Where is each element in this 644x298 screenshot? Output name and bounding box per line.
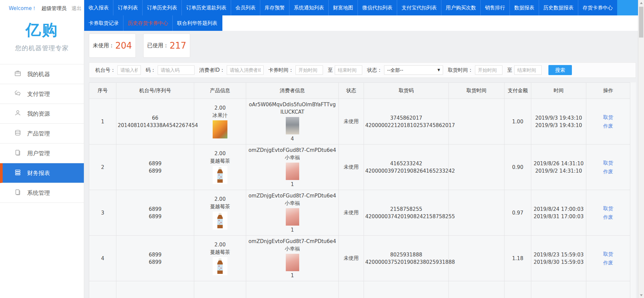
tab-data-report[interactable]: 数据报表 xyxy=(509,0,539,15)
pickup-end-time-input[interactable] xyxy=(514,65,542,75)
cell-pickup-time xyxy=(449,99,504,144)
app-tagline: 您的机器管理专家 xyxy=(0,44,84,53)
cell-machine: 66 20140810143338A4542267454 xyxy=(116,99,194,144)
scroll-up-button[interactable] xyxy=(638,0,644,6)
sidebar-item-system[interactable]: 系统管理 xyxy=(0,183,84,203)
consumer-photo xyxy=(286,117,299,134)
sidebar-item-products[interactable]: 产品管理 xyxy=(0,124,84,143)
chat-bubbles-icon xyxy=(14,90,21,98)
serial-no: 6899 xyxy=(118,167,193,175)
tab-order-history-refund[interactable]: 订单历史退款列表 xyxy=(181,0,231,15)
arrow-up-icon xyxy=(640,2,643,4)
pickup-link[interactable]: 取货 xyxy=(588,204,629,213)
col-seq: 序号 xyxy=(89,83,116,99)
tab-stock-alert[interactable]: 库存预警 xyxy=(260,0,289,15)
transaction-code: 4200000375201908238025931888 xyxy=(365,258,447,266)
pickup-code: 2158758255 xyxy=(365,205,447,213)
status-select[interactable]: --全部-- ▼ xyxy=(384,65,443,75)
tab-members[interactable]: 会员列表 xyxy=(231,0,260,15)
tab-order-list[interactable]: 订单列表 xyxy=(113,0,142,15)
tab-history-data-report[interactable]: 历史数据报表 xyxy=(539,0,578,15)
tab-system-notices[interactable]: 系统通知列表 xyxy=(289,0,328,15)
pickup-link[interactable]: 取货 xyxy=(588,159,629,167)
cell-machine: 6899 6899 xyxy=(116,144,194,190)
search-button[interactable]: 搜索 xyxy=(548,65,572,75)
cell-seq: 4 xyxy=(89,236,116,281)
tab-wealth-map[interactable]: 财富地图 xyxy=(328,0,358,15)
vertical-scrollbar[interactable] xyxy=(638,0,644,298)
consumer-count: 1 xyxy=(248,181,337,188)
subtab-history-stock-coupon-center[interactable]: 历史存货卡券中心 xyxy=(123,15,172,31)
consumer-nickname: ILUCKCAT xyxy=(248,108,337,116)
tab-order-history[interactable]: 订单历史列表 xyxy=(142,0,181,15)
machine-no: 6899 xyxy=(118,160,193,167)
cell-seq: 1 xyxy=(89,99,116,144)
stat-value: 217 xyxy=(170,41,186,51)
cell-consumer: oAr5W06MqvDdis5fuOlmBYaFTTvg ILUCKCAT 4 xyxy=(246,99,339,144)
table-row: 1 66 20140810143338A4542267454 2.00 冰果汁 … xyxy=(89,99,630,144)
machine-no-input[interactable] xyxy=(117,65,141,75)
subtab-coupon-pickup-records[interactable]: 卡券取货记录 xyxy=(84,15,123,31)
sidebar-item-users[interactable]: 用户管理 xyxy=(0,143,84,163)
tab-user-purchases[interactable]: 用户购买次数 xyxy=(441,0,480,15)
product-name: 蔓越莓茶 xyxy=(196,157,245,165)
expire-time: 2019/9/3 19:43:10 xyxy=(533,122,585,129)
logout-link[interactable]: 退出 xyxy=(71,5,82,11)
pickup-link[interactable]: 取货 xyxy=(588,250,629,258)
product-name: 蔓越莓茶 xyxy=(196,203,245,210)
main-area: 收入报表 订单列表 订单历史列表 订单历史退款列表 会员列表 库存预警 系统通知… xyxy=(84,0,644,298)
void-link[interactable]: 作废 xyxy=(588,258,629,267)
void-link[interactable]: 作废 xyxy=(588,122,629,130)
cell-time xyxy=(531,281,586,298)
pickup-code: 4165233242 xyxy=(365,160,447,167)
tab-income-report[interactable]: 收入报表 xyxy=(84,0,113,15)
cell-actions: 取货 作废 xyxy=(586,190,630,236)
sidebar-item-my-machines[interactable]: 我的机器 xyxy=(0,64,84,84)
code-input[interactable] xyxy=(158,65,195,75)
username: 超级管理员 xyxy=(41,5,66,11)
coupon-start-time-input[interactable] xyxy=(296,65,323,75)
sidebar-item-label: 我的资源 xyxy=(27,110,50,118)
cell-pickup-code: 4165233242 4200000397201908264165233242 xyxy=(364,144,449,190)
void-link[interactable]: 作废 xyxy=(588,167,629,176)
sidebar-item-finance-reports[interactable]: 财务报表 xyxy=(0,163,84,183)
sidebar-item-payment[interactable]: 支付管理 xyxy=(0,84,84,104)
col-product: 产品信息 xyxy=(194,83,246,99)
cell-status: 未使用 xyxy=(339,236,364,281)
consumer-photo xyxy=(286,163,299,180)
tab-alipay-deduction[interactable]: 支付宝代扣列表 xyxy=(397,0,441,15)
product-photo xyxy=(213,120,227,138)
scroll-down-button[interactable] xyxy=(638,292,644,298)
sidebar-item-label: 支付管理 xyxy=(27,90,50,98)
cell-amount xyxy=(504,281,531,298)
cell-amount: 0.90 xyxy=(504,144,531,190)
pickup-link[interactable]: 取货 xyxy=(588,113,629,122)
cell-pickup-time xyxy=(449,190,504,236)
void-link[interactable]: 作废 xyxy=(588,213,629,222)
cell-time: 2019/8/26 14:31:10 2019/9/2 14:31:10 xyxy=(531,144,586,190)
cell-consumer: omZDnjgEvtoFGud8t7-CmPDtu6e4 小幸福 1 xyxy=(246,190,339,236)
cell-consumer: omZDnjgEvtoFGud8t7-CmPDtu6e4 小幸福 1 xyxy=(246,144,339,190)
cell-status: 未使用 xyxy=(339,144,364,190)
tab-wechat-deduction[interactable]: 微信代扣列表 xyxy=(358,0,397,15)
table-row: 2.00 蔓越莓茶 omZDnjgEvtoFGud8t7-CmPDtu6e4 小… xyxy=(89,281,630,298)
scrollbar-thumb[interactable] xyxy=(639,7,643,38)
subtab-unilever-quiz-list[interactable]: 联合利华答题列表 xyxy=(172,15,222,31)
consumer-nickname: 小幸福 xyxy=(248,199,337,207)
product-price: 2.00 xyxy=(196,150,245,157)
tab-sales-ranking[interactable]: 销售排行 xyxy=(480,0,509,15)
filter-bar: 机台号： 码： 消费者ID： 卡券时间： 至 状态： --全部-- ▼ 取货时间… xyxy=(89,62,636,78)
coupon-end-time-input[interactable] xyxy=(335,65,362,75)
cell-actions xyxy=(586,281,630,298)
product-photo xyxy=(213,257,227,275)
cell-pickup-time xyxy=(449,236,504,281)
pickup-start-time-input[interactable] xyxy=(475,65,502,75)
cell-amount: 1.00 xyxy=(504,99,531,144)
product-price: 2.00 xyxy=(196,297,245,298)
sidebar-menu: 我的机器 支付管理 我的资源 产品管理 用户管理 财务报表 系统管理 xyxy=(0,64,84,203)
cell-consumer: omZDnjgEvtoFGud8t7-CmPDtu6e4 小幸福 1 xyxy=(246,236,339,281)
expire-time: 2019/8/30 15:59:03 xyxy=(533,258,585,266)
consumer-id-input[interactable] xyxy=(227,65,264,75)
tab-stock-coupon-center[interactable]: 存货卡券中心 xyxy=(578,0,617,15)
sidebar-item-my-resources[interactable]: 我的资源 xyxy=(0,104,84,124)
